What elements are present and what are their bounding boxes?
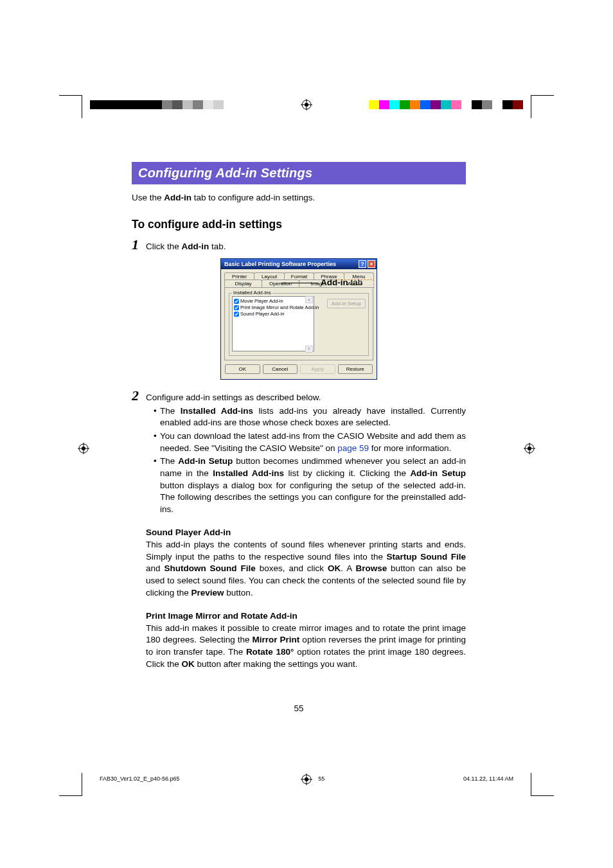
print-footer: FAB30_Ver1.02_E_p40-56.p65 55 04.11.22, … xyxy=(100,775,513,782)
colorbar-swatch xyxy=(182,100,193,109)
step-2-text: Configure add-in settings as described b… xyxy=(146,392,466,404)
bullet-item: The Installed Add-ins lists add-ins you … xyxy=(154,405,466,429)
help-button[interactable]: ? xyxy=(359,260,366,268)
sound-player-paragraph: This add-in plays the contents of sound … xyxy=(146,539,466,599)
colorbar-swatch xyxy=(451,100,461,109)
registration-mark-icon xyxy=(300,98,313,111)
crop-mark-tl xyxy=(59,95,82,118)
svg-point-7 xyxy=(82,447,85,450)
addin-checkbox[interactable] xyxy=(234,312,239,317)
bullet-item: You can download the latest add-ins from… xyxy=(154,430,466,454)
colorbar-swatch xyxy=(193,100,203,109)
cancel-button[interactable]: Cancel xyxy=(263,364,298,374)
footer-page: 55 xyxy=(318,775,324,782)
colorbar-swatch xyxy=(400,100,410,109)
page-link[interactable]: page 59 xyxy=(337,443,369,453)
colorbar-swatch xyxy=(213,100,224,109)
ok-button[interactable]: OK xyxy=(225,364,260,374)
close-button[interactable]: × xyxy=(368,260,375,268)
addin-item[interactable]: Print Image Mirror and Rotate Add-in xyxy=(234,305,312,310)
colorbar-swatch xyxy=(492,100,502,109)
addin-checkbox[interactable] xyxy=(234,305,239,310)
svg-point-3 xyxy=(305,103,308,107)
colorbar-swatch xyxy=(502,100,513,109)
colorbar-swatch xyxy=(410,100,420,109)
addin-list[interactable]: Movie Player Add-inPrint Image Mirror an… xyxy=(232,296,314,351)
addin-checkbox[interactable] xyxy=(234,299,239,304)
colorbar-swatch xyxy=(234,100,244,109)
colorbar-swatch xyxy=(131,100,141,109)
scroll-down-icon[interactable]: ▾ xyxy=(305,346,313,353)
restore-button[interactable]: Restore xyxy=(338,364,373,374)
apply-button[interactable]: Apply xyxy=(300,364,335,374)
step-number-2: 2 xyxy=(132,387,146,404)
scroll-up-icon[interactable]: ▴ xyxy=(305,296,313,303)
crop-mark-br xyxy=(531,773,554,796)
sound-player-heading: Sound Player Add-in xyxy=(146,527,466,539)
colorbar-right xyxy=(369,100,523,109)
print-rotate-paragraph: This add-in makes it possible to create … xyxy=(146,623,466,671)
svg-point-11 xyxy=(528,447,531,450)
addin-item[interactable]: Movie Player Add-in xyxy=(234,298,312,304)
section-heading: Configuring Add-in Settings xyxy=(132,162,466,184)
print-rotate-heading: Print Image Mirror and Rotate Add-in xyxy=(146,610,466,623)
colorbar-swatch xyxy=(111,100,121,109)
colorbar-swatch xyxy=(431,100,441,109)
registration-mark-icon xyxy=(523,442,536,455)
bullet-list: The Installed Add-ins lists add-ins you … xyxy=(154,405,466,516)
step-number-1: 1 xyxy=(132,236,146,253)
colorbar-swatch xyxy=(420,100,431,109)
crop-mark-bl xyxy=(59,773,82,796)
colorbar-swatch xyxy=(121,100,131,109)
colorbar-swatch xyxy=(203,100,213,109)
colorbar-swatch xyxy=(141,100,152,109)
dialog-title-text: Basic Label Printing Software Properties xyxy=(224,261,336,267)
colorbar-swatch xyxy=(172,100,182,109)
colorbar-swatch xyxy=(90,100,100,109)
colorbar-swatch xyxy=(482,100,492,109)
colorbar-swatch xyxy=(513,100,523,109)
addin-label: Movie Player Add-in xyxy=(240,298,283,304)
callout-line xyxy=(281,283,318,283)
addin-label: Sound Player Add-in xyxy=(240,311,284,317)
footer-date: 04.11.22, 11:44 AM xyxy=(463,775,513,782)
addin-label: Print Image Mirror and Rotate Add-in xyxy=(240,305,319,310)
footer-filename: FAB30_Ver1.02_E_p40-56.p65 xyxy=(100,775,180,782)
colorbar-swatch xyxy=(461,100,472,109)
addin-setup-button[interactable]: Add-in Setup xyxy=(327,299,366,308)
colorbar-swatch xyxy=(162,100,172,109)
installed-addins-group: Installed Add-ins Movie Player Add-inPri… xyxy=(229,293,369,356)
colorbar-swatch xyxy=(224,100,234,109)
crop-mark-tr xyxy=(531,95,554,118)
step-1-text: Click the Add-in tab. xyxy=(146,241,466,253)
group-label: Installed Add-ins xyxy=(232,290,272,296)
colorbar-swatch xyxy=(379,100,389,109)
properties-dialog: Basic Label Printing Software Properties… xyxy=(220,258,377,380)
registration-mark-icon xyxy=(77,442,90,455)
addin-item[interactable]: Sound Player Add-in xyxy=(234,311,312,317)
subsection-heading: To configure add-in settings xyxy=(132,218,466,231)
colorbar-swatch xyxy=(441,100,451,109)
intro-text: Use the Add-in tab to configure add-in s… xyxy=(132,192,466,204)
page-number: 55 xyxy=(132,704,466,713)
colorbar-swatch xyxy=(100,100,111,109)
bullet-item: The Add-in Setup button becomes undimmed… xyxy=(154,456,466,515)
dialog-titlebar: Basic Label Printing Software Properties… xyxy=(221,259,377,269)
colorbar-swatch xyxy=(152,100,162,109)
colorbar-swatch xyxy=(389,100,400,109)
callout-label: Add-in tab xyxy=(321,278,362,287)
colorbar-swatch xyxy=(472,100,482,109)
colorbar-swatch xyxy=(369,100,379,109)
colorbar-left xyxy=(90,100,244,109)
